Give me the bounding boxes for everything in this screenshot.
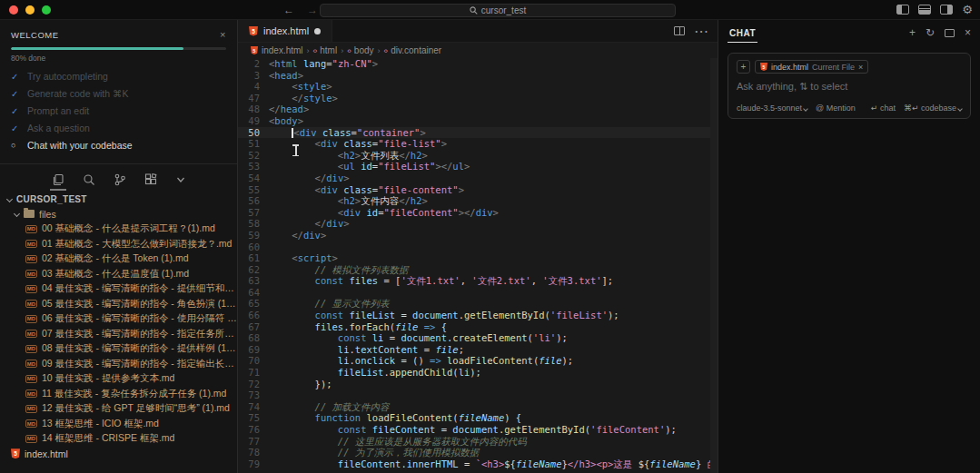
code-line[interactable]: 2<html lang="zh-CN">: [238, 58, 718, 70]
breadcrumb[interactable]: 5index.html›‹›html›‹›body›‹›div.containe…: [238, 43, 718, 58]
code-line[interactable]: 3<head>: [238, 70, 718, 82]
remove-context-icon[interactable]: ×: [858, 63, 863, 72]
code-line[interactable]: 52 <h2>文件列表</h2>: [238, 150, 718, 162]
code-line[interactable]: 60: [238, 241, 718, 253]
code-line[interactable]: 79 fileContent.innerHTML = `<h3>${fileNa…: [238, 458, 718, 470]
new-chat-icon[interactable]: +: [909, 26, 916, 39]
code-line[interactable]: 71 fileList.appendChild(li);: [238, 367, 718, 379]
breadcrumb-item[interactable]: body: [354, 45, 374, 55]
explorer-files-icon[interactable]: [52, 173, 64, 186]
minimize-window-button[interactable]: [25, 5, 35, 15]
code-line[interactable]: 70 li.onclick = () => loadFileContent(fi…: [238, 355, 718, 367]
code-area[interactable]: 2<html lang="zh-CN">3<head>4 <style>47 <…: [238, 58, 718, 473]
chat-input-placeholder[interactable]: Ask anything, ⇅ to select: [737, 81, 962, 93]
file-row[interactable]: MD01 基础概念 - 大模型怎么做到词语接龙？.md: [0, 237, 237, 252]
file-row[interactable]: MD00 基础概念 - 什么是提示词工程？(1).md: [0, 222, 237, 237]
code-line[interactable]: 47 </style>: [238, 93, 718, 104]
code-line[interactable]: 74 // 加载文件内容: [238, 401, 718, 413]
welcome-step[interactable]: ✓Ask a question: [11, 122, 226, 134]
code-line[interactable]: 77 // 这里应该是从服务器获取文件内容的代码: [238, 436, 718, 448]
context-chip-index-html[interactable]: 5 index.html Current File ×: [755, 60, 868, 74]
model-selector[interactable]: claude-3.5-sonnet: [737, 103, 807, 113]
codebase-action-button[interactable]: ⌘↵ codebase: [904, 103, 962, 113]
editor-scrollbar[interactable]: [710, 58, 718, 473]
split-editor-icon[interactable]: [674, 26, 685, 35]
breadcrumb-item[interactable]: index.html: [262, 45, 303, 55]
add-context-button[interactable]: +: [737, 60, 750, 74]
code-line[interactable]: 61 <script>: [238, 252, 718, 264]
file-row[interactable]: MD08 最佳实践 - 编写清晰的指令 - 提供样例 (1).md: [0, 341, 237, 357]
file-row[interactable]: MD12 最佳实践 - 给 GPT 足够时间“思考” (1).md: [0, 401, 237, 417]
welcome-step[interactable]: ✓Generate code with ⌘K: [11, 87, 226, 100]
nav-back-button[interactable]: ←: [283, 4, 294, 16]
breadcrumb-item[interactable]: div.container: [391, 45, 441, 55]
open-editor-icon[interactable]: [945, 29, 955, 37]
code-line[interactable]: 53 <ul id="fileList"></ul>: [238, 161, 718, 172]
extensions-icon[interactable]: [144, 173, 157, 186]
code-line[interactable]: 78 // 为了演示，我们使用模拟数据: [238, 447, 718, 458]
toggle-bottom-panel-icon[interactable]: [918, 5, 931, 15]
folder-row-files[interactable]: files: [0, 207, 237, 222]
code-line[interactable]: 62 // 模拟文件列表数据: [238, 264, 718, 276]
code-line[interactable]: 75 function loadFileContent(fileName) {: [238, 412, 718, 424]
welcome-close-icon[interactable]: ×: [220, 29, 226, 40]
code-line[interactable]: 57 <div id="fileContent"></div>: [238, 207, 718, 219]
code-line[interactable]: 64: [238, 287, 718, 299]
welcome-step[interactable]: ✓Prompt an edit: [11, 104, 226, 117]
code-line[interactable]: 69 li.textContent = file;: [238, 344, 718, 356]
welcome-step[interactable]: ✓Try autocompleting: [11, 70, 226, 83]
code-line[interactable]: 76 const fileContent = document.getEleme…: [238, 424, 718, 436]
welcome-step[interactable]: ○Chat with your codebase: [11, 139, 226, 152]
code-line[interactable]: 58 </div>: [238, 218, 718, 230]
file-row-index-html[interactable]: 5 index.html: [0, 447, 237, 462]
code-line[interactable]: 72 });: [238, 379, 718, 390]
code-line[interactable]: 55 <div class="file-content">: [238, 184, 718, 196]
code-line[interactable]: 50 <div class="container">: [238, 127, 718, 139]
toggle-left-panel-icon[interactable]: [896, 5, 909, 15]
unsaved-changes-dot[interactable]: [314, 28, 321, 34]
nav-forward-button[interactable]: →: [307, 4, 318, 16]
file-row[interactable]: MD02 基础概念 - 什么是 Token (1).md: [0, 251, 237, 267]
code-line[interactable]: 66 const fileList = document.getElementB…: [238, 310, 718, 321]
code-line[interactable]: 48</head>: [238, 103, 718, 115]
zoom-window-button[interactable]: [42, 5, 51, 15]
code-line[interactable]: 59 </div>: [238, 230, 718, 241]
mention-button[interactable]: @ Mention: [816, 103, 856, 113]
chat-action-button[interactable]: ↵ chat: [871, 103, 896, 113]
file-row[interactable]: MD09 最佳实践 - 编写清晰的指令 - 指定输出长度 (1)...: [0, 357, 237, 372]
code-line[interactable]: 67 files.forEach(file => {: [238, 321, 718, 333]
code-line[interactable]: 63 const files = ['文件1.txt', '文件2.txt', …: [238, 275, 718, 287]
file-row[interactable]: MD05 最佳实践 - 编写清晰的指令 - 角色扮演 (1).md: [0, 297, 237, 312]
code-line[interactable]: 49<body>: [238, 115, 718, 127]
code-line[interactable]: 68 const li = document.createElement('li…: [238, 332, 718, 344]
file-row[interactable]: MD04 最佳实践 - 编写清晰的指令 - 提供细节和背景 (1...: [0, 281, 237, 297]
command-search-box[interactable]: cursor_test: [320, 4, 676, 17]
chat-input-card[interactable]: + 5 index.html Current File × Ask anythi…: [728, 53, 971, 119]
code-line[interactable]: 54 </div>: [238, 172, 718, 184]
file-row[interactable]: MD03 基础概念 - 什么是温度值 (1).md: [0, 267, 237, 282]
explorer-search-icon[interactable]: [83, 173, 95, 186]
file-row[interactable]: MD10 最佳实践 - 提供参考文本.md: [0, 371, 237, 387]
breadcrumb-item[interactable]: html: [320, 45, 337, 55]
tab-index-html[interactable]: 5 index.html: [238, 20, 332, 42]
tab-chat[interactable]: CHAT: [728, 23, 757, 43]
file-row[interactable]: MD06 最佳实践 - 编写清晰的指令 - 使用分隔符 (1).md: [0, 311, 237, 327]
settings-gear-icon[interactable]: ⚙: [962, 4, 973, 15]
file-row[interactable]: MD07 最佳实践 - 编写清晰的指令 - 指定任务所需步骤 ...: [0, 327, 237, 342]
close-window-button[interactable]: [9, 5, 18, 15]
code-line[interactable]: 56 <h2>文件内容</h2>: [238, 195, 718, 207]
toggle-right-panel-icon[interactable]: [940, 5, 953, 15]
close-chat-icon[interactable]: ×: [965, 26, 971, 39]
editor-more-actions-icon[interactable]: ⋯: [694, 23, 708, 40]
code-line[interactable]: 65 // 显示文件列表: [238, 298, 718, 310]
chat-history-icon[interactable]: ↻: [926, 26, 935, 39]
code-line[interactable]: 51 <div class="file-list">: [238, 138, 718, 150]
file-row[interactable]: MD11 最佳实践 - 复杂任务拆分成子任务 (1).md: [0, 387, 237, 402]
file-row[interactable]: MD13 框架思维 - ICIO 框架.md: [0, 417, 237, 432]
explorer-section-header[interactable]: CURSOR_TEST: [0, 192, 237, 207]
file-row[interactable]: MD14 框架思维 - CRISPE 框架.md: [0, 431, 237, 447]
more-views-chevron-icon[interactable]: [175, 174, 186, 185]
source-control-icon[interactable]: [114, 173, 126, 186]
code-line[interactable]: 4 <style>: [238, 81, 718, 93]
code-line[interactable]: 73: [238, 389, 718, 401]
